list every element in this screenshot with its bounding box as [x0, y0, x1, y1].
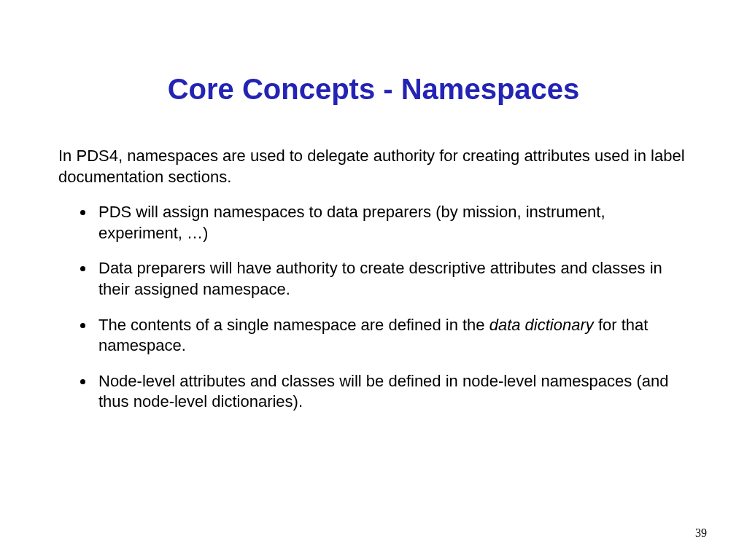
- slide-container: Core Concepts - Namespaces In PDS4, name…: [0, 0, 747, 464]
- bullet-text-italic: data dictionary: [489, 316, 594, 334]
- intro-paragraph: In PDS4, namespaces are used to delegate…: [58, 146, 689, 187]
- list-item: The contents of a single namespace are d…: [95, 315, 689, 357]
- list-item: PDS will assign namespaces to data prepa…: [95, 202, 689, 244]
- bullet-list: PDS will assign namespaces to data prepa…: [58, 202, 689, 413]
- list-item: Data preparers will have authority to cr…: [95, 258, 689, 300]
- page-number: 39: [695, 526, 707, 540]
- slide-title: Core Concepts - Namespaces: [58, 73, 689, 106]
- bullet-text: The contents of a single namespace are d…: [98, 316, 489, 334]
- list-item: Node-level attributes and classes will b…: [95, 371, 689, 413]
